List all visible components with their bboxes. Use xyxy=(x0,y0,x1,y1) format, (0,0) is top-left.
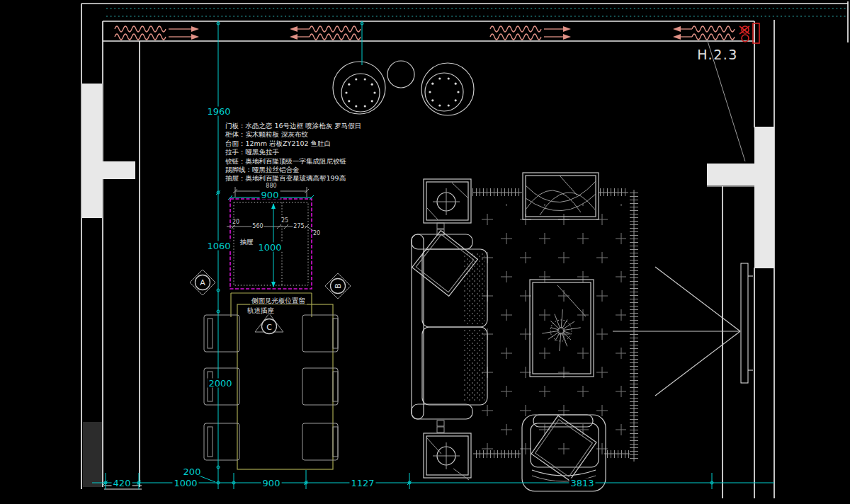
dim-seg-25: 25 xyxy=(280,218,289,224)
floor-plan-canvas xyxy=(0,0,850,504)
dim-bottom-200: 200 xyxy=(182,467,203,476)
radiator-valve-icon xyxy=(740,23,759,43)
dim-bottom-1127: 1127 xyxy=(349,479,375,488)
spec-line: 踢脚线：哑黑拉丝铝合金 xyxy=(225,166,361,174)
dim-bottom-1000: 1000 xyxy=(172,479,198,488)
cabinet-spec-notes: 门板：水晶之恋 16号边框 喷涂枪灰 罗马假日 柜体：实木颗粒板 深灰布纹 台面… xyxy=(225,122,361,183)
section-marker-b-label: B xyxy=(334,282,342,290)
sofa xyxy=(412,179,487,480)
dim-table-2000: 2000 xyxy=(207,379,233,388)
dim-cabinet-900: 900 xyxy=(260,190,280,200)
dim-seg-20-left: 20 xyxy=(232,219,240,225)
cabinet-note-2: 轨道插座 xyxy=(246,307,276,314)
round-stools xyxy=(333,61,474,115)
cabinet-note-1: 侧面见光板位置留 xyxy=(250,297,307,304)
spec-line: 抽屉：奥地利百隆百变星玻璃高帮199高 xyxy=(225,174,361,183)
curtain-track-lines xyxy=(106,8,848,16)
walls xyxy=(81,1,848,498)
dim-cabinet-880: 880 xyxy=(265,183,277,189)
drawer-label: 抽屉 xyxy=(239,239,255,246)
section-marker-a-label: A xyxy=(198,279,207,287)
spec-line: 门板：水晶之恋 16号边框 喷涂枪灰 罗马假日 xyxy=(225,122,361,130)
dim-bottom-900: 900 xyxy=(261,479,282,488)
spec-line: 拉手：哑黑免拉手 xyxy=(225,148,361,156)
dim-seg-20-right: 20 xyxy=(312,231,321,236)
spec-line: 铰链：奥地利百隆顶级一字集成阻尼铰链 xyxy=(225,157,361,166)
dim-bottom-420: 420 xyxy=(112,479,132,488)
drawing-label: H.2.3 xyxy=(696,48,740,62)
dim-cabinet-1000: 1000 xyxy=(256,243,283,252)
spec-line: 台面：12mm 岩板ZY2102 鱼肚白 xyxy=(225,139,361,148)
dim-cabinet-side-1060: 1060 xyxy=(205,241,232,251)
spec-line: 柜体：实木颗粒板 深灰布纹 xyxy=(225,130,361,139)
dim-bottom-3813: 3813 xyxy=(569,479,595,488)
section-marker-c-label: C xyxy=(265,323,273,331)
dim-seg-560: 560 xyxy=(251,224,264,229)
dim-wall-1960: 1960 xyxy=(205,107,232,116)
radiator-coil-symbols xyxy=(115,26,735,40)
dim-seg-275: 275 xyxy=(293,224,305,229)
cad-viewport: 门板：水晶之恋 16号边框 喷涂枪灰 罗马假日 柜体：实木颗粒板 深灰布纹 台面… xyxy=(0,0,850,504)
dining-table xyxy=(237,304,333,469)
